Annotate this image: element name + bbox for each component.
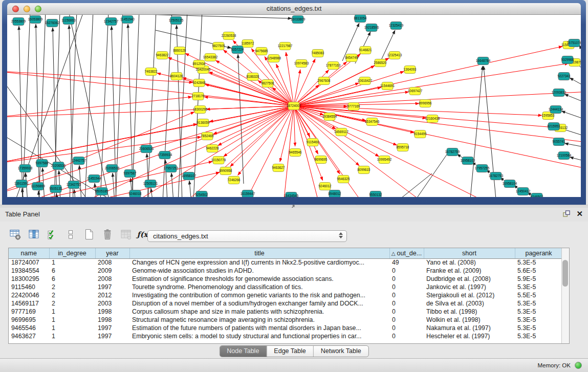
scrollbar-thumb[interactable] [562, 260, 568, 287]
table-cell[interactable]: 5.3E-5 [515, 299, 562, 308]
graph-node[interactable]: 1364093 [404, 66, 417, 74]
graph-node[interactable]: 12217987 [278, 42, 293, 50]
graph-node[interactable]: 7463822 [145, 68, 158, 76]
graph-node[interactable]: 9397587 [124, 170, 137, 178]
graph-node[interactable]: 1185972 [242, 40, 254, 48]
table-cell[interactable]: Tibbo et al. (1998) [424, 308, 515, 316]
table-cell[interactable]: Structural magnetic resonance image aver… [129, 316, 389, 324]
graph-node[interactable]: 12505135 [169, 17, 184, 25]
minimize-window-button[interactable] [24, 6, 30, 12]
table-cell[interactable]: 0 [389, 291, 424, 299]
graph-node[interactable]: 15434545 [284, 192, 299, 198]
table-cell[interactable]: Genome-wide association studies in ADHD. [129, 267, 389, 275]
table-row[interactable]: 946554611997Estimation of the future num… [9, 324, 562, 332]
table-cell[interactable]: 5.6E-5 [515, 267, 562, 275]
graph-node[interactable]: 12442757 [72, 157, 86, 165]
table-cell[interactable]: 0 [389, 299, 424, 308]
table-row[interactable]: 2242004622012Investigating the contribut… [9, 291, 562, 299]
table-cell[interactable]: 6 [49, 275, 95, 283]
table-cell[interactable]: Wolkin et al. (1998) [424, 316, 515, 324]
graph-node[interactable]: 9699695 [315, 156, 328, 164]
graph-node[interactable]: 15347546 [365, 118, 380, 126]
graph-node[interactable]: 16782759 [445, 148, 460, 156]
table-cell[interactable]: Embryonic stem cells: a model to study s… [129, 332, 389, 340]
graph-node[interactable]: 9246502 [531, 193, 543, 198]
table-cell[interactable]: 2 [49, 291, 95, 299]
table-cell[interactable]: Changes of HCN gene expression and I(f) … [129, 258, 389, 267]
column-header-name[interactable]: name [9, 248, 49, 258]
graph-node[interactable]: 16958107 [182, 172, 197, 180]
graph-node[interactable]: 9397588 [36, 160, 49, 167]
graph-node[interactable]: 10974583 [294, 60, 309, 68]
graph-node[interactable]: 11548988 [267, 55, 281, 62]
graph-node[interactable]: 18724007 [287, 102, 301, 110]
graph-node[interactable]: 16648784 [476, 57, 491, 65]
table-cell[interactable]: Investigating the contribution of common… [129, 291, 389, 299]
graph-node[interactable]: 2718176 [192, 93, 205, 100]
graph-node[interactable]: 12160438 [425, 115, 440, 123]
column-header-year[interactable]: year [95, 248, 129, 258]
graph-node[interactable]: 18300295 [193, 106, 208, 114]
graph-node[interactable]: 9115460 [307, 139, 319, 146]
table-cell[interactable]: 14569117 [9, 299, 49, 308]
graph-node[interactable]: 16033809 [291, 16, 306, 24]
table-cell[interactable]: Franke et al. (2009) [424, 267, 515, 275]
graph-node[interactable]: 12093832 [552, 89, 567, 97]
table-cell[interactable]: 2 [49, 299, 95, 308]
graph-node[interactable]: 8099615 [358, 166, 371, 174]
graph-node[interactable]: 16543382 [203, 54, 218, 61]
graph-node[interactable]: 9777169 [347, 103, 360, 111]
graph-node[interactable]: 15276062 [45, 19, 60, 27]
table-cell[interactable]: Hescheler et al. (1997) [424, 332, 515, 340]
graph-node[interactable]: 9463822 [156, 52, 169, 59]
network-canvas[interactable]: 1872400722260538982750516543382234200469… [7, 15, 581, 197]
graph-node[interactable]: 11544691 [380, 82, 395, 90]
table-cell[interactable]: 1 [49, 258, 95, 267]
table-cell[interactable]: 1997 [95, 324, 129, 332]
graph-node[interactable]: 9463627 [272, 164, 285, 172]
graph-node[interactable]: 11156863 [61, 17, 76, 25]
column-header-in_degree[interactable]: in_degree [49, 248, 95, 258]
tab-edge-table[interactable]: Edge Table [266, 346, 313, 357]
graph-node[interactable]: 12342753 [67, 181, 81, 189]
table-cell[interactable]: 0 [389, 332, 424, 340]
graph-node[interactable]: 12450412 [516, 188, 531, 195]
table-cell[interactable]: 0 [389, 283, 424, 291]
table-cell[interactable]: 5.3E-5 [515, 258, 562, 267]
graph-node[interactable]: 9055741 [553, 138, 565, 146]
show-columns-button[interactable] [27, 228, 40, 242]
table-cell[interactable]: 0 [389, 267, 424, 275]
graph-node[interactable]: 8860128 [173, 47, 186, 55]
graph-node[interactable]: 9827508 [262, 80, 274, 87]
graph-node[interactable]: 8948012 [329, 190, 341, 198]
table-cell[interactable]: 2003 [95, 299, 129, 308]
table-cell[interactable]: 1 [49, 308, 95, 316]
graph-node[interactable]: 17359934 [158, 151, 172, 159]
graph-node[interactable]: 15751074 [567, 39, 581, 47]
graph-node[interactable]: 7485083 [312, 50, 324, 57]
graph-node[interactable]: 13911591 [14, 180, 29, 188]
select-all-columns-button[interactable] [45, 228, 59, 242]
float-panel-icon[interactable] [562, 210, 570, 217]
zoom-window-button[interactable] [35, 6, 41, 12]
table-row[interactable]: 946362711997Embryonic stem cells: a mode… [9, 332, 562, 340]
table-cell[interactable]: 22420046 [9, 291, 49, 299]
graph-node[interactable]: 9475685 [255, 48, 268, 55]
graph-node[interactable]: 9505185 [96, 188, 108, 195]
graph-node[interactable]: 8604128 [170, 73, 183, 80]
unselect-all-columns-button[interactable] [63, 228, 77, 242]
table-settings-button[interactable] [8, 228, 22, 242]
table-cell[interactable]: 2009 [95, 267, 129, 275]
create-table-button[interactable] [82, 228, 96, 242]
graph-node[interactable]: 9357224 [231, 46, 244, 54]
graph-node[interactable]: 9136059 [197, 119, 210, 127]
table-cell[interactable]: 9115460 [9, 283, 49, 291]
table-cell[interactable]: Stergiakouli et al. (2012) [424, 291, 515, 299]
graph-node[interactable]: 9246012 [319, 183, 332, 190]
graph-node[interactable]: 11451940 [120, 16, 135, 24]
table-row[interactable]: 1872400712008Changes of HCN gene express… [9, 258, 562, 267]
table-cell[interactable]: Jankovic et al. (1997) [424, 283, 515, 291]
graph-node[interactable]: 9329966 [561, 56, 574, 64]
table-cell[interactable]: 6 [49, 267, 95, 275]
graph-node[interactable]: 2586520 [374, 59, 387, 67]
